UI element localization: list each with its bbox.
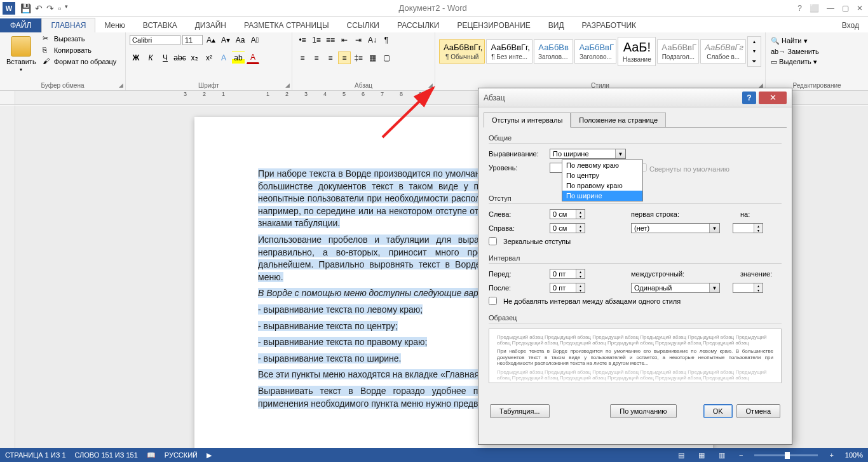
maximize-icon[interactable]: ▢ — [842, 4, 849, 13]
clear-formatting-button[interactable]: A⃠ — [248, 34, 261, 46]
align-left-button[interactable]: ≡ — [296, 51, 309, 64]
ribbon-display-icon[interactable]: ⬜ — [810, 4, 819, 13]
align-option-left[interactable]: По левому краю — [562, 160, 642, 170]
font-color-button[interactable]: A — [247, 51, 259, 64]
vertical-ruler[interactable] — [0, 105, 15, 448]
highlight-button[interactable]: ab — [232, 51, 245, 64]
paste-button[interactable]: Вставить ▾ — [4, 34, 39, 75]
replace-button[interactable]: ab→ Заменить — [770, 47, 864, 56]
tab-insert[interactable]: ВСТАВКА — [134, 18, 186, 32]
new-doc-icon[interactable]: ▫ — [58, 3, 61, 13]
cancel-button[interactable]: Отмена — [736, 404, 780, 418]
zoom-level[interactable]: 100% — [845, 451, 863, 459]
signin-link[interactable]: Вход — [839, 18, 862, 32]
zoom-in-button[interactable]: + — [827, 451, 836, 459]
styles-scroll-down[interactable]: ▾ — [748, 46, 761, 56]
tabs-button[interactable]: Табуляция... — [490, 404, 550, 418]
subscript-button[interactable]: x₂ — [188, 51, 201, 64]
close-window-icon[interactable]: ✕ — [857, 4, 863, 13]
dialog-close-button[interactable]: ✕ — [759, 92, 787, 104]
superscript-button[interactable]: x² — [203, 51, 215, 64]
underline-button[interactable]: Ч — [159, 51, 172, 64]
bold-button[interactable]: Ж — [130, 51, 142, 64]
save-icon[interactable]: 💾 — [20, 3, 31, 13]
styles-more-button[interactable]: ⏷ — [748, 57, 761, 66]
no-space-checkbox[interactable] — [489, 297, 497, 305]
zoom-thumb[interactable] — [785, 452, 790, 459]
dialog-help-button[interactable]: ? — [742, 92, 756, 104]
view-web-icon[interactable]: ▥ — [716, 451, 728, 459]
borders-button[interactable]: ▢ — [380, 51, 393, 64]
dialog-tab-indents[interactable]: Отступы и интервалы — [484, 112, 571, 128]
align-center-button[interactable]: ≡ — [310, 51, 323, 64]
dialog-tab-position[interactable]: Положение на странице — [571, 112, 666, 128]
tab-menu[interactable]: Меню — [95, 18, 133, 32]
style-heading1[interactable]: АаБбВвЗаголово... — [534, 39, 574, 64]
view-read-icon[interactable]: ▤ — [675, 451, 687, 459]
paragraph-launcher[interactable]: ◢ — [428, 82, 433, 88]
minimize-icon[interactable]: — — [827, 4, 834, 13]
status-proofing-icon[interactable]: 📖 — [147, 451, 156, 459]
font-launcher[interactable]: ◢ — [285, 82, 290, 88]
font-name-input[interactable] — [130, 35, 180, 45]
tab-developer[interactable]: РАЗРАБОТЧИК — [573, 18, 646, 32]
tab-review[interactable]: РЕЦЕНЗИРОВАНИЕ — [448, 18, 539, 32]
style-heading2[interactable]: АаБбВвГЗаголово... — [574, 39, 616, 64]
mirror-checkbox[interactable] — [489, 237, 497, 245]
zoom-slider[interactable] — [754, 454, 818, 456]
clipboard-launcher[interactable]: ◢ — [119, 82, 123, 88]
style-no-spacing[interactable]: АаБбВвГг,¶ Без инте... — [486, 39, 532, 64]
zoom-out-button[interactable]: − — [736, 451, 745, 459]
line-combo[interactable]: Одинарный▼ — [631, 283, 720, 293]
show-marks-button[interactable]: ¶ — [380, 34, 393, 46]
grow-font-button[interactable]: A▴ — [205, 34, 217, 46]
tab-file[interactable]: ФАЙЛ — [0, 18, 41, 32]
select-button[interactable]: ▭ Выделить ▾ — [770, 57, 864, 67]
font-size-input[interactable] — [182, 35, 203, 45]
on-spinner[interactable]: ▴▾ — [733, 223, 763, 233]
change-case-button[interactable]: Aa — [234, 34, 247, 46]
italic-button[interactable]: К — [144, 51, 157, 64]
default-button[interactable]: По умолчанию — [610, 404, 676, 418]
align-justify-button[interactable]: ≡ — [338, 51, 351, 64]
multilevel-button[interactable]: ≡≡ — [324, 34, 337, 46]
align-right-button[interactable]: ≡ — [324, 51, 337, 64]
first-line-combo[interactable]: (нет)▼ — [631, 223, 720, 233]
indent-right-spinner[interactable]: 0 см▴▾ — [550, 223, 585, 233]
status-language[interactable]: РУССКИЙ — [165, 451, 198, 459]
shading-button[interactable]: ▦ — [366, 51, 379, 64]
numbering-button[interactable]: 1≡ — [310, 34, 323, 46]
format-painter-button[interactable]: 🖌Формат по образцу — [41, 57, 118, 67]
alignment-combo[interactable]: По ширине ▼ — [550, 149, 626, 159]
after-spinner[interactable]: 0 пт▴▾ — [550, 283, 585, 293]
tab-references[interactable]: ССЫЛКИ — [338, 18, 388, 32]
value-spinner[interactable]: ▴▾ — [733, 283, 763, 293]
sort-button[interactable]: A↓ — [366, 34, 379, 46]
find-button[interactable]: 🔍 Найти ▾ — [770, 36, 864, 46]
undo-icon[interactable]: ↶ — [35, 3, 43, 13]
style-subtitle[interactable]: АаБбВвГПодзагол... — [657, 39, 699, 64]
redo-icon[interactable]: ↷ — [46, 3, 54, 13]
align-option-justify[interactable]: По ширине — [562, 191, 642, 201]
help-icon[interactable]: ? — [797, 4, 802, 13]
styles-scroll-up[interactable]: ▴ — [748, 37, 761, 46]
decrease-indent-button[interactable]: ⇤ — [338, 34, 351, 46]
indent-left-spinner[interactable]: 0 см▴▾ — [550, 209, 585, 219]
status-macro-icon[interactable]: ▶ — [207, 451, 212, 459]
increase-indent-button[interactable]: ⇥ — [352, 34, 365, 46]
tab-design[interactable]: ДИЗАЙН — [186, 18, 235, 32]
cut-button[interactable]: ✂Вырезать — [41, 34, 118, 44]
style-normal[interactable]: АаБбВвГг,¶ Обычный — [439, 39, 485, 64]
tab-mailings[interactable]: РАССЫЛКИ — [388, 18, 448, 32]
status-page[interactable]: СТРАНИЦА 1 ИЗ 1 — [5, 451, 66, 459]
line-spacing-button[interactable]: ‡≡ — [352, 51, 365, 64]
style-subtle-emphasis[interactable]: АаБбВвГгСлабое в... — [700, 39, 746, 64]
bullets-button[interactable]: •≡ — [296, 34, 309, 46]
copy-button[interactable]: ⎘Копировать — [41, 45, 118, 55]
dialog-titlebar[interactable]: Абзац ? ✕ — [478, 88, 792, 107]
strikethrough-button[interactable]: abc — [173, 51, 186, 64]
style-title[interactable]: АаБ!Название — [618, 37, 656, 66]
status-words[interactable]: СЛОВО 151 ИЗ 151 — [75, 451, 138, 459]
ok-button[interactable]: OK — [703, 404, 733, 418]
tab-home[interactable]: ГЛАВНАЯ — [41, 18, 95, 32]
